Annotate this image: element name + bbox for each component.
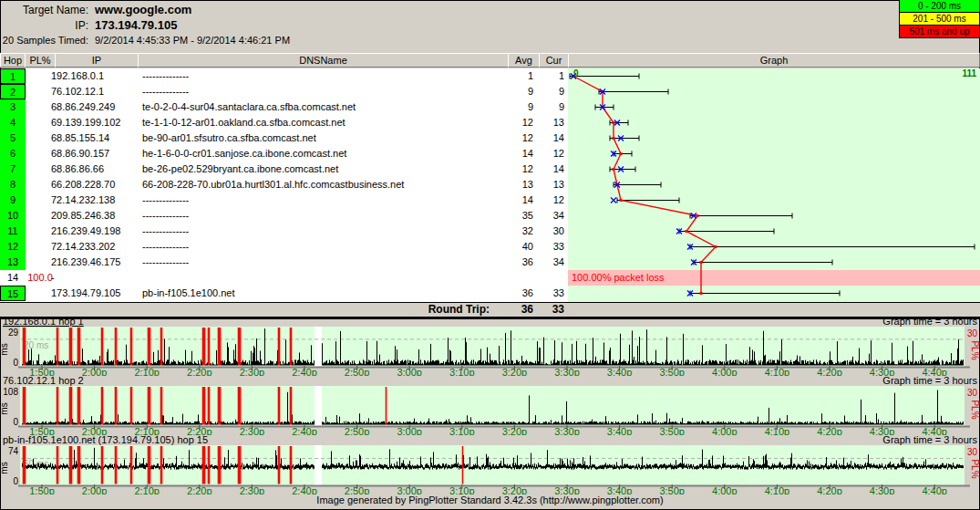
table-row[interactable]: 15173.194.79.105pb-in-f105.1e100.net3633 [0, 286, 568, 301]
time-label: 4:20p [817, 367, 842, 376]
strip-title[interactable]: pb-in-f105.1e100.net (173.194.79.105) ho… [3, 435, 208, 445]
avg-latency: 9 [502, 84, 533, 99]
hop-number: 5 [0, 130, 26, 146]
cur-latency: 14 [533, 130, 564, 146]
ip-address: 66.208.228.70 [51, 177, 139, 193]
time-label: 3:00p [397, 367, 422, 376]
ip-address: 76.102.12.1 [51, 84, 139, 99]
time-label: 2:20p [187, 485, 212, 494]
avg-latency: 36 [502, 255, 533, 270]
ip-address: 68.86.86.66 [51, 161, 139, 177]
table-row[interactable]: 972.14.232.138--------------1412 [0, 193, 568, 208]
timeline-gap [315, 327, 322, 367]
time-label: 2:40p [292, 426, 317, 435]
dns-name: -------------- [142, 224, 507, 239]
cur-latency: 33 [533, 239, 564, 255]
round-trip-cur: 33 [533, 303, 564, 317]
cur-latency [533, 270, 564, 286]
time-label: 3:20p [502, 426, 528, 435]
pl-scale-label: 30 [967, 388, 978, 398]
col-header-avg[interactable]: Avg [508, 53, 540, 68]
strip-title[interactable]: 192.168.0.1 hop 1 [3, 317, 84, 327]
table-row[interactable]: 1272.14.233.202--------------4033 [0, 239, 568, 255]
time-label: 2:30p [240, 367, 265, 376]
time-label: 2:00p [82, 485, 108, 494]
table-row[interactable]: 276.102.12.1--------------99 [0, 84, 568, 99]
hop-number: 8 [0, 177, 26, 193]
avg-latency: 12 [502, 115, 533, 130]
col-header-pl[interactable]: PL% [25, 53, 56, 68]
cur-latency: 14 [533, 161, 564, 177]
table-row[interactable]: 866.208.228.7066-208-228-70.ubr01a.hurtl… [0, 177, 568, 193]
hop-number: 11 [0, 224, 26, 239]
dns-name: pb-in-f105.1e100.net [142, 286, 507, 301]
y-max-label: 108 [3, 387, 18, 397]
time-label: 4:10p [765, 367, 790, 376]
hop-number: 13 [0, 255, 26, 270]
avg-latency: 13 [502, 177, 533, 193]
time-label: 4:40p [922, 367, 947, 376]
threshold-label: 20 ms [24, 340, 48, 350]
table-row[interactable]: 368.86.249.249te-0-2-0-4-sur04.santaclar… [0, 99, 568, 115]
time-label: 2:20p [187, 426, 212, 435]
y-min-label: 0 [13, 417, 18, 427]
time-label: 3:00p [397, 485, 422, 494]
avg-marker [613, 168, 615, 171]
timeline-strip-hop[interactable]: 1:50p2:00p2:10p2:20p2:30p2:40p2:50p3:00p… [0, 376, 980, 435]
y-unit-label: ms [0, 462, 9, 474]
time-label: 4:00p [712, 426, 738, 435]
avg-latency: 40 [502, 239, 533, 255]
col-header-dns[interactable]: DNSName [138, 53, 509, 68]
timeline-strip-hop[interactable]: 50 ms1:50p2:00p2:10p2:20p2:30p2:40p2:50p… [0, 435, 980, 494]
avg-latency: 12 [502, 161, 533, 177]
table-row[interactable]: 13216.239.46.175--------------3634 [0, 255, 568, 270]
table-row[interactable]: 14100.0- [0, 270, 568, 286]
hop-number: 10 [0, 208, 26, 224]
time-label: 2:30p [240, 485, 265, 494]
cur-latency: 30 [533, 224, 564, 239]
packet-loss-label: 100.00% packet loss [572, 272, 665, 283]
pl-scale-label: 30 [967, 328, 978, 338]
table-row[interactable]: 1192.168.0.1--------------11 [0, 68, 568, 84]
graph-time-label: Graph time = 3 hours [882, 376, 977, 386]
table-row[interactable]: 469.139.199.102te-1-1-0-12-ar01.oakland.… [0, 115, 568, 130]
table-row[interactable]: 10209.85.246.38--------------3534 [0, 208, 568, 224]
timeline-strip-hop[interactable]: 20 ms1:50p2:00p2:10p2:20p2:30p2:40p2:50p… [0, 317, 980, 376]
time-label: 4:30p [870, 367, 895, 376]
cur-latency: 12 [533, 193, 564, 208]
col-header-cur[interactable]: Cur [539, 53, 569, 68]
table-row[interactable]: 568.85.155.14be-90-ar01.sfsutro.ca.sfba.… [0, 130, 568, 146]
table-row[interactable]: 11216.239.49.198--------------3230 [0, 224, 568, 239]
avg-latency: 1 [502, 68, 533, 84]
ip-address: 68.86.249.249 [51, 99, 139, 115]
time-label: 3:40p [607, 367, 633, 376]
hop-graph[interactable]: 100.00% packet loss0111 [568, 68, 980, 302]
col-header-graph[interactable]: Graph [568, 53, 980, 68]
dns-name: -------------- [142, 239, 507, 255]
table-row[interactable]: 768.86.86.66be-26-pe02.529bryant.ca.ibon… [0, 161, 568, 177]
cur-latency: 34 [533, 208, 564, 224]
avg-latency: 36 [502, 286, 533, 301]
avg-latency: 14 [502, 193, 533, 208]
samples-value: 9/2/2014 4:45:33 PM - 9/2/2014 4:46:21 P… [95, 35, 290, 46]
ip-address: 68.86.90.157 [51, 146, 139, 161]
cur-latency: 9 [533, 84, 564, 99]
table-header: Hop PL% IP DNSName Avg Cur Graph [0, 53, 980, 68]
timeline-gap [315, 445, 322, 485]
ip-address: 192.168.0.1 [51, 68, 139, 84]
ip-address: - [51, 270, 139, 286]
time-label: 4:20p [817, 485, 842, 494]
time-label: 4:10p [765, 426, 790, 435]
ip-address: 72.14.232.138 [51, 193, 139, 208]
strip-title[interactable]: 76.102.12.1 hop 2 [3, 376, 84, 386]
avg-marker [620, 199, 623, 202]
dns-name: -------------- [142, 68, 507, 84]
hop-number: 2 [0, 84, 26, 99]
dns-name: he-1-6-0-0-cr01.sanjose.ca.ibone.comcast… [142, 146, 507, 161]
col-header-ip[interactable]: IP [55, 53, 139, 68]
ip-address: 72.14.233.202 [51, 239, 139, 255]
time-label: 2:10p [134, 485, 160, 494]
col-header-hop[interactable]: Hop [0, 53, 26, 68]
time-label: 3:50p [659, 485, 685, 494]
table-row[interactable]: 668.86.90.157he-1-6-0-0-cr01.sanjose.ca.… [0, 146, 568, 161]
